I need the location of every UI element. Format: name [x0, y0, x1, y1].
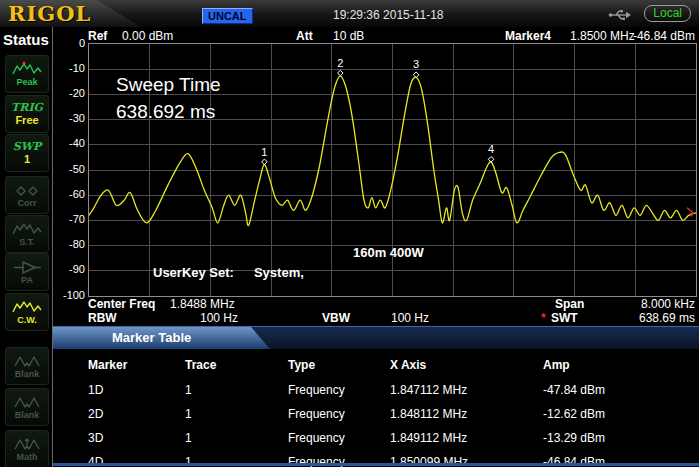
math-waveform-icon: .s{fill:none;stroke:currentColor;stroke-…: [12, 436, 42, 452]
status-sidebar: Status .s{fill:none;stroke:currentColor;…: [0, 27, 52, 467]
peak-marker-2: 2: [337, 57, 343, 76]
vbw-value: 100 Hz: [391, 311, 429, 325]
peak-marker-4: 4: [488, 143, 494, 162]
span-label: Span: [555, 297, 584, 311]
y-axis-tick-label: 0: [53, 37, 85, 50]
marker-table-column-header: Marker: [88, 358, 127, 372]
sidebar-item-value: 1: [24, 153, 30, 166]
marker-readout-freq: 1.8500 MHz: [570, 29, 635, 43]
marker-table-cell: Frequency: [288, 407, 345, 421]
marker-table-cell: Frequency: [288, 383, 345, 397]
ref-level-label: Ref: [88, 29, 107, 43]
peak-marker-1: 1: [261, 146, 267, 165]
preamp-icon: .s{fill:none;stroke:currentColor;stroke-…: [12, 259, 42, 275]
marker-table-cell: 1.847112 MHz: [390, 383, 467, 397]
marker-table-cell: 1D: [88, 383, 103, 397]
sidebar-item-label: Blank: [15, 369, 40, 379]
sidebar-item-blank-1: .s{fill:none;stroke:currentColor;stroke-…: [5, 347, 49, 385]
spectrum-analyzer-screen: RIGOL UNCAL 19:29:36 2015-11-18 Local St…: [0, 0, 699, 467]
marker-number: 1: [261, 146, 267, 158]
sidebar-item-label: C.W.: [17, 315, 37, 325]
sidebar-item-label: PA: [21, 275, 33, 285]
corr-icon: .s{fill:none;stroke:currentColor;stroke-…: [12, 182, 42, 198]
marker-table-column-header: X Axis: [390, 358, 426, 372]
peak-waveform-icon: .s{fill:none;stroke:currentColor;stroke-…: [12, 61, 42, 77]
bw-annotation-row: RBW 100 Hz VBW 100 Hz * SWT 638.69 ms: [53, 311, 699, 325]
marker-diamond-icon: [337, 70, 343, 76]
marker-table-cell: Frequency: [288, 431, 345, 445]
rigol-logo: RIGOL: [8, 1, 91, 26]
sidebar-item-label: S.T.: [19, 237, 35, 247]
attenuation-label: Att: [296, 29, 313, 43]
userkey-value: System,: [254, 265, 304, 280]
cw-waveform-icon: .s{fill:none;stroke:currentColor;stroke-…: [12, 299, 42, 315]
local-button[interactable]: Local: [644, 5, 691, 22]
y-axis-tick-label: -80: [53, 238, 85, 251]
rigol-logo-panel: RIGOL: [0, 0, 150, 27]
sidebar-item-label: Peak: [16, 77, 37, 87]
marker-number: 3: [413, 58, 419, 70]
marker-table-column-header: Trace: [185, 358, 216, 372]
marker-number: 4: [488, 143, 494, 155]
rbw-label: RBW: [88, 311, 117, 325]
userkey-label: UserKey Set:: [153, 265, 234, 280]
sidebar-title: Status: [3, 31, 49, 48]
y-axis-tick-label: -90: [53, 263, 85, 276]
userkey-overlay: UserKey Set:System,: [153, 265, 304, 280]
marker-table-cell: 1: [185, 431, 192, 445]
sidebar-item-blank-2: .s{fill:none;stroke:currentColor;stroke-…: [5, 388, 49, 426]
sweep-time-value: 638.692 ms: [116, 98, 221, 125]
marker-readout-label: Marker4: [505, 29, 551, 43]
spectrum-plot: 1234 Sweep Time 638.692 ms 160m 400W Use…: [88, 43, 697, 297]
band-power-overlay: 160m 400W: [353, 245, 424, 260]
sidebar-item-sweep: SWP1: [5, 134, 49, 172]
y-axis-tick-label: -20: [53, 87, 85, 100]
blank-waveform-icon: .s{fill:none;stroke:currentColor;stroke-…: [12, 353, 42, 369]
sidebar-item-cw: .s{fill:none;stroke:currentColor;stroke-…: [5, 293, 49, 331]
datetime-display: 19:29:36 2015-11-18: [333, 8, 444, 22]
marker-diamond-icon: [262, 159, 268, 165]
y-axis-tick-label: -10: [53, 62, 85, 75]
sidebar-item-label: TRIG: [11, 102, 43, 114]
ref-level-value: 0.00 dBm: [122, 29, 173, 43]
swt-label: SWT: [551, 311, 578, 325]
sweep-time-overlay: Sweep Time 638.692 ms: [116, 71, 221, 125]
sidebar-item-label: Math: [17, 452, 38, 462]
rbw-value: 100 Hz: [200, 311, 238, 325]
peak-marker-3: 3: [413, 58, 419, 77]
bottom-divider: [53, 463, 699, 466]
marker-table-cell: 1.849112 MHz: [390, 431, 467, 445]
marker-number: 2: [337, 57, 343, 69]
vbw-label: VBW: [322, 311, 350, 325]
y-axis-tick-label: -70: [53, 213, 85, 226]
marker-diamond-icon: [413, 72, 419, 78]
sidebar-item-value: Free: [15, 114, 38, 127]
y-axis-tick-label: -40: [53, 137, 85, 150]
uncal-status-badge: UNCAL: [202, 8, 253, 24]
sidebar-item-trigger: TRIGFree: [5, 95, 49, 133]
center-freq-value: 1.8488 MHz: [170, 297, 235, 311]
sidebar-item-label: Blank: [15, 410, 40, 420]
sidebar-item-math: .s{fill:none;stroke:currentColor;stroke-…: [5, 430, 49, 467]
sweep-time-title: Sweep Time: [116, 71, 221, 98]
y-axis-tick-label: -50: [53, 163, 85, 176]
marker-table-column-header: Amp: [543, 358, 570, 372]
marker-table-cell: 3D: [88, 431, 103, 445]
marker-table-cell: 2D: [88, 407, 103, 421]
y-axis-tick-label: -60: [53, 188, 85, 201]
top-annotation-row: Ref 0.00 dBm Att 10 dB Marker4 1.8500 MH…: [53, 29, 699, 43]
marker-table-cell: 1.848112 MHz: [390, 407, 467, 421]
sidebar-item-pa: .s{fill:none;stroke:currentColor;stroke-…: [5, 253, 49, 291]
marker-table-cell: 1: [185, 407, 192, 421]
swt-changed-flag: *: [541, 311, 546, 325]
marker-readout-amp: -46.84 dBm: [633, 29, 695, 43]
sidebar-item-label: SWP: [13, 141, 42, 153]
center-freq-label: Center Freq: [88, 297, 155, 311]
marker-table-title: Marker Table: [112, 330, 191, 345]
span-value: 8.000 kHz: [641, 297, 695, 311]
marker-table-cell: -12.62 dBm: [543, 407, 605, 421]
sidebar-item-st: .s{fill:none;stroke:currentColor;stroke-…: [5, 215, 49, 253]
freq-annotation-row: Center Freq 1.8488 MHz Span 8.000 kHz: [53, 297, 699, 311]
attenuation-value: 10 dB: [333, 29, 364, 43]
top-status-bar: RIGOL UNCAL 19:29:36 2015-11-18 Local: [0, 0, 699, 28]
